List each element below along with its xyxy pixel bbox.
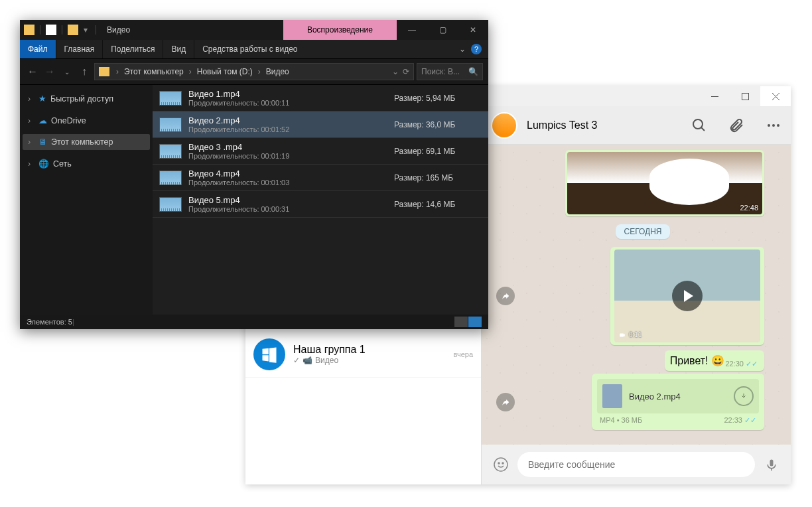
search-icon[interactable]: 🔍	[468, 67, 478, 76]
contact-name[interactable]: Lumpics Test 3	[527, 119, 670, 131]
search-icon[interactable]	[691, 117, 707, 133]
svg-point-4	[768, 124, 770, 127]
windows-logo-icon	[260, 345, 279, 364]
nav-up-button[interactable]: ↑	[77, 64, 92, 79]
file-row[interactable]: Видео 1.mp4 Продолжительность: 00:00:11 …	[153, 85, 488, 111]
tree-onedrive[interactable]: ›☁OneDrive	[23, 112, 150, 129]
address-bar[interactable]: › Этот компьютер › Новый том (D:) › Виде…	[94, 63, 414, 80]
message-file[interactable]: Видео 2.mp4 MP4 • 36 МБ 22:33 ✓✓	[592, 374, 764, 430]
ribbon-home[interactable]: Главная	[56, 40, 103, 58]
file-name: Видео 2.mp4	[629, 392, 727, 401]
breadcrumb-item[interactable]: Новый том (D:)	[197, 67, 253, 76]
wa-close-button[interactable]	[760, 86, 791, 106]
fe-titlebar[interactable]: ▾ Видео Воспроизведение — ▢ ✕	[20, 20, 488, 40]
svg-rect-1	[742, 93, 748, 100]
help-icon[interactable]: ?	[471, 44, 482, 54]
file-row[interactable]: Видео 3 .mp4 Продолжительность: 00:01:19…	[153, 138, 488, 165]
refresh-icon[interactable]: ⟳	[403, 67, 409, 76]
nav-forward-button[interactable]: →	[42, 64, 57, 79]
emoji-button[interactable]	[491, 455, 511, 474]
ribbon-video-tools[interactable]: Средства работы с видео	[194, 40, 305, 58]
file-row[interactable]: Видео 4.mp4 Продолжительность: 00:01:03 …	[153, 165, 488, 191]
view-details-button[interactable]	[454, 317, 468, 327]
message-image[interactable]: 22:48	[565, 150, 764, 216]
file-row[interactable]: Видео 2.mp4 Продолжительность: 00:01:52 …	[153, 111, 488, 138]
wa-chat-list-item[interactable]: Наша группа 1 ✓ 📹 Видео вчера	[245, 332, 481, 378]
wa-maximize-button[interactable]	[730, 86, 760, 106]
coffee-image: 22:48	[567, 152, 762, 214]
properties-icon[interactable]	[46, 25, 56, 35]
nav-recent-button[interactable]: ⌄	[60, 64, 74, 79]
svg-point-9	[502, 463, 504, 464]
image-time: 22:48	[740, 204, 758, 212]
message-text[interactable]: Привет! 😀 22:30 ✓✓	[665, 350, 764, 371]
fe-minimize-button[interactable]: —	[397, 20, 427, 40]
fe-nav-tree[interactable]: ›★Быстрый доступ ›☁OneDrive ›🖥Этот компь…	[20, 85, 153, 315]
wa-compose-bar	[482, 445, 791, 484]
forward-button[interactable]	[496, 393, 515, 411]
video-thumb-icon	[159, 91, 182, 106]
menu-dots-icon[interactable]	[766, 117, 781, 133]
chat-subtitle: ✓ 📹 Видео	[293, 356, 446, 365]
play-icon[interactable]	[672, 281, 703, 311]
message-input[interactable]	[517, 452, 755, 477]
fe-close-button[interactable]: ✕	[458, 20, 488, 40]
wa-minimize-button[interactable]	[699, 86, 730, 106]
message-video[interactable]: 0:11	[610, 247, 764, 345]
download-button[interactable]	[734, 386, 754, 406]
file-row[interactable]: Видео 5.mp4 Продолжительность: 00:00:31 …	[153, 191, 488, 218]
cloud-icon: ☁	[38, 115, 47, 125]
file-name: Видео 2.mp4	[188, 115, 387, 125]
file-name: Видео 4.mp4	[188, 169, 387, 179]
mic-button[interactable]	[762, 455, 781, 474]
breadcrumb-item[interactable]: Видео	[266, 67, 289, 76]
file-icon	[602, 384, 622, 408]
folder-icon[interactable]	[24, 25, 34, 35]
file-name: Видео 1.mp4	[188, 89, 387, 99]
videocam-icon	[618, 332, 626, 338]
contextual-tab-play[interactable]: Воспроизведение	[283, 20, 397, 40]
svg-point-7	[494, 458, 508, 471]
nav-back-button[interactable]: ←	[25, 64, 40, 79]
file-list[interactable]: Видео 1.mp4 Продолжительность: 00:00:11 …	[153, 85, 488, 315]
wa-chat-header: Lumpics Test 3	[482, 106, 791, 145]
tree-quick-access[interactable]: ›★Быстрый доступ	[23, 90, 150, 107]
star-icon: ★	[38, 94, 46, 104]
file-duration: Продолжительность: 00:00:31	[188, 205, 387, 213]
file-size: Размер: 5,94 МБ	[394, 94, 455, 103]
forward-button[interactable]	[496, 287, 515, 305]
video-thumbnail[interactable]: 0:11	[614, 250, 760, 342]
file-duration: Продолжительность: 00:01:03	[188, 179, 387, 186]
video-icon: 📹	[303, 356, 312, 365]
file-explorer-window: ▾ Видео Воспроизведение — ▢ ✕ Файл Главн…	[20, 20, 488, 329]
file-size: Размер: 69,1 МБ	[394, 147, 455, 156]
file-size: Размер: 14,6 МБ	[394, 200, 455, 209]
fe-maximize-button[interactable]: ▢	[427, 20, 458, 40]
tree-network[interactable]: ›🌐Сеть	[23, 155, 150, 172]
attach-icon[interactable]	[728, 117, 744, 133]
fe-status-bar: Элементов: 5 |	[20, 315, 488, 329]
contact-avatar[interactable]	[491, 112, 517, 139]
view-tiles-button[interactable]	[468, 317, 482, 327]
ribbon-file[interactable]: Файл	[20, 40, 56, 58]
expand-ribbon-icon[interactable]: ⌄	[459, 44, 466, 54]
video-length: 0:11	[618, 331, 642, 338]
svg-line-3	[701, 127, 705, 131]
read-ticks-icon: ✓✓	[746, 360, 758, 368]
fe-qat: ▾	[20, 25, 103, 35]
window-title: Видео	[103, 25, 130, 35]
tree-this-pc[interactable]: ›🖥Этот компьютер	[23, 134, 150, 150]
message-meta: 22:30 ✓✓	[725, 358, 760, 368]
group-avatar	[253, 338, 285, 370]
breadcrumb-item[interactable]: Этот компьютер	[124, 67, 184, 76]
folder-icon[interactable]	[68, 25, 78, 35]
address-dropdown-icon[interactable]: ⌄	[392, 67, 399, 76]
pc-icon: 🖥	[38, 137, 47, 147]
video-thumb-icon	[159, 117, 182, 132]
check-icon: ✓	[293, 356, 300, 365]
ribbon-view[interactable]: Вид	[163, 40, 194, 58]
ribbon-share[interactable]: Поделиться	[103, 40, 163, 58]
svg-point-8	[498, 463, 500, 464]
wa-messages-area[interactable]: 22:48 СЕГОДНЯ 0:11 Привет! 😀	[482, 145, 791, 445]
search-box[interactable]: Поиск: В... 🔍	[417, 63, 483, 80]
